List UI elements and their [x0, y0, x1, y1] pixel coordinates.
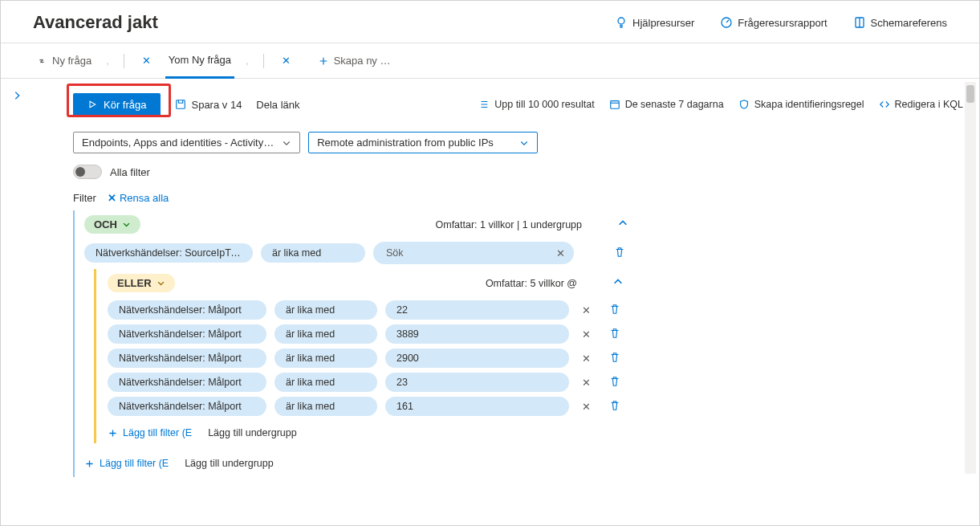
calendar-icon: [609, 99, 620, 110]
operator-pill[interactable]: är lika med: [274, 397, 377, 416]
main-panel: Kör fråga Spara v 14 Dela länk Upp till …: [33, 79, 979, 477]
delete-condition[interactable]: [609, 328, 627, 341]
collapse-and-group[interactable]: [614, 218, 632, 231]
delete-condition[interactable]: [609, 304, 627, 317]
template-select[interactable]: Remote administration from public IPs: [308, 132, 538, 153]
tab-divider: ,: [246, 55, 249, 67]
results-limit[interactable]: Upp till 10 000 resultat: [478, 99, 594, 110]
trash-icon: [609, 376, 620, 387]
chevron-right-icon: [11, 90, 22, 101]
tab-label: Yom Ny fråga: [169, 54, 231, 66]
add-row-root: Lägg till filter (E Lägg till undergrupp: [84, 451, 632, 469]
remove-condition-icon[interactable]: ✕: [577, 325, 595, 343]
query-resource-report-link[interactable]: Frågeresursrapport: [720, 16, 827, 29]
operator-pill[interactable]: är lika med: [274, 324, 377, 344]
field-pill[interactable]: Nätverkshändelser: Målport: [108, 349, 266, 368]
remove-condition-icon[interactable]: ✕: [577, 373, 595, 391]
clear-value-icon[interactable]: ✕: [551, 244, 569, 262]
remove-condition-icon[interactable]: ✕: [577, 398, 595, 415]
close-icon[interactable]: ✕: [139, 55, 154, 67]
condition-row: Nätverkshändelser: SourceIpType är lika …: [84, 242, 632, 264]
or-subgroup: ELLER Omfattar: 5 villkor @ Nätverkshänd…: [94, 269, 632, 443]
scrollbar[interactable]: [965, 82, 976, 474]
add-filter-link[interactable]: Lägg till filter (E: [108, 427, 192, 438]
condition-row: Nätverkshändelser: Målportär lika med22✕: [108, 300, 627, 320]
edit-kql-label: Redigera i KQL: [895, 99, 963, 110]
clear-all-link[interactable]: ✕ Rensa alla: [108, 192, 169, 204]
all-filters-toggle[interactable]: [73, 165, 102, 179]
tab-separator: [263, 54, 264, 68]
filter-label: Filter: [73, 192, 96, 204]
template-select-value: Remote administration from public IPs: [317, 137, 494, 149]
table-select[interactable]: Endpoints, Apps and identities - Activit…: [73, 132, 300, 153]
and-label: OCH: [94, 218, 117, 230]
run-query-button[interactable]: Kör fråga: [73, 93, 161, 116]
field-pill[interactable]: Nätverkshändelser: Målport: [108, 397, 266, 416]
add-filter-link[interactable]: Lägg till filter (E: [84, 458, 169, 469]
table-select-value: Endpoints, Apps and identities - Activit…: [82, 137, 274, 149]
scrollbar-thumb[interactable]: [966, 85, 974, 103]
timespan-picker[interactable]: De senaste 7 dagarna: [609, 99, 724, 110]
trash-icon: [609, 352, 620, 363]
or-summary: Omfattar: 5 villkor @: [486, 278, 577, 289]
field-pill[interactable]: Nätverkshändelser: Målport: [108, 300, 266, 320]
add-filter-label: Lägg till filter (E: [100, 458, 169, 469]
value-pill[interactable]: 3889: [385, 324, 569, 344]
value-pill[interactable]: 2900: [385, 349, 569, 368]
plus-icon: [108, 428, 118, 438]
value-input[interactable]: [384, 247, 551, 259]
value-input-pill[interactable]: ✕: [373, 242, 574, 264]
operator-pill[interactable]: är lika med: [274, 349, 377, 368]
collapse-or-group[interactable]: [609, 276, 627, 290]
shield-icon: [738, 99, 750, 110]
operator-pill[interactable]: är lika med: [274, 373, 377, 392]
close-icon[interactable]: ✕: [279, 55, 294, 67]
trash-icon: [609, 304, 620, 315]
delete-condition[interactable]: [609, 352, 627, 365]
schema-reference-label: Schemareferens: [871, 17, 947, 29]
and-operator-chip[interactable]: OCH: [84, 215, 140, 234]
svg-rect-3: [177, 100, 185, 109]
remove-condition-icon[interactable]: ✕: [577, 301, 595, 319]
delete-condition[interactable]: [609, 376, 627, 389]
new-tab-button[interactable]: Skapa ny …: [315, 43, 394, 79]
schema-reference-link[interactable]: Schemareferens: [853, 16, 947, 29]
delete-condition[interactable]: [614, 247, 632, 260]
or-operator-chip[interactable]: ELLER: [108, 274, 175, 292]
chevron-down-icon: [122, 220, 131, 229]
page-title: Avancerad jakt: [33, 12, 158, 33]
help-resources-link[interactable]: Hjälpresurser: [615, 16, 694, 29]
plus-icon: [318, 55, 329, 67]
value-pill[interactable]: 22: [385, 300, 569, 320]
content: Kör fråga Spara v 14 Dela länk Upp till …: [1, 79, 979, 477]
create-detection-rule[interactable]: Skapa identifieringsregel: [738, 99, 864, 110]
add-subgroup-link[interactable]: Lägg till undergrupp: [185, 458, 274, 469]
expand-sidebar[interactable]: [1, 79, 33, 477]
field-pill[interactable]: Nätverkshändelser: Målport: [108, 324, 266, 344]
add-subgroup-link[interactable]: Lägg till undergrupp: [208, 427, 297, 438]
list-icon: [478, 99, 490, 110]
edit-in-kql[interactable]: Redigera i KQL: [879, 99, 963, 110]
save-button[interactable]: Spara v 14: [175, 99, 242, 111]
operator-pill[interactable]: är lika med: [274, 300, 377, 320]
share-link-button[interactable]: Dela länk: [256, 99, 299, 111]
new-tab-label: Skapa ny …: [334, 55, 391, 67]
operator-pill[interactable]: är lika med: [261, 243, 365, 263]
tab-new-query-2[interactable]: Yom Ny fråga: [165, 43, 234, 79]
tab-label: Ny fråga: [52, 55, 91, 67]
delete-condition[interactable]: [609, 400, 627, 414]
field-pill[interactable]: Nätverkshändelser: SourceIpType: [84, 243, 253, 263]
query-tabs: Ny fråga , ✕ Yom Ny fråga , ✕ Skapa ny …: [1, 43, 979, 79]
chevron-up-icon: [612, 276, 624, 287]
add-row-subgroup: Lägg till filter (E Lägg till undergrupp: [108, 421, 627, 438]
remove-condition-icon[interactable]: ✕: [577, 349, 595, 367]
field-pill[interactable]: Nätverkshändelser: Målport: [108, 373, 266, 392]
value-pill[interactable]: 161: [385, 397, 569, 416]
query-builder: OCH Omfattar: 1 villkor | 1 undergrupp N…: [73, 210, 640, 477]
run-query-label: Kör fråga: [104, 99, 146, 111]
value-pill[interactable]: 23: [385, 373, 569, 392]
tab-new-query-1[interactable]: Ny fråga: [33, 43, 95, 79]
add-filter-label: Lägg till filter (E: [123, 427, 192, 438]
or-group-right: Omfattar: 5 villkor @: [486, 276, 627, 290]
svg-rect-4: [610, 101, 619, 109]
